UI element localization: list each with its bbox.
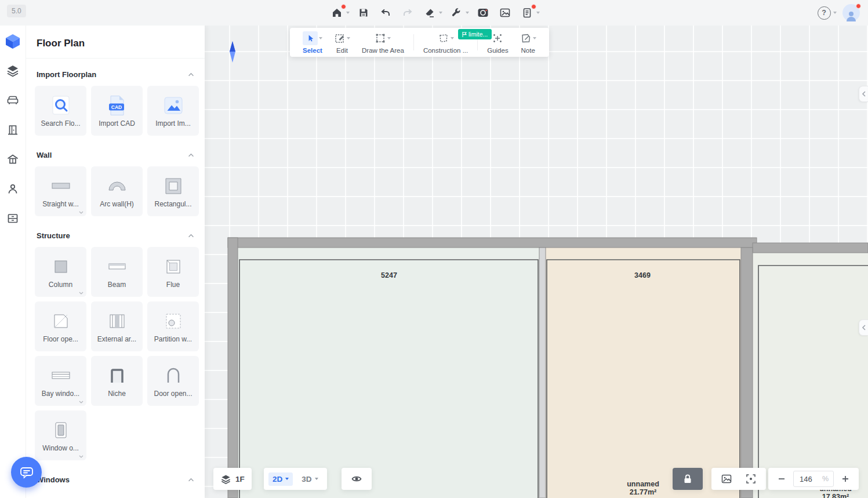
wall-top-right[interactable] xyxy=(753,243,868,253)
wall-left[interactable] xyxy=(228,238,238,498)
card-label: Bay windo... xyxy=(42,390,79,398)
card-door-opening[interactable]: Door open... xyxy=(147,356,199,406)
help-button[interactable]: ? xyxy=(816,5,832,21)
chevron-down-icon xyxy=(536,12,540,14)
card-search-floorplan[interactable]: Search Flo... xyxy=(35,86,86,136)
card-flue[interactable]: Flue xyxy=(147,247,199,297)
crosshair-scan-icon xyxy=(745,473,757,485)
save-button[interactable] xyxy=(355,5,372,21)
room-right[interactable] xyxy=(546,248,741,498)
rail-item-furniture[interactable] xyxy=(4,92,21,109)
card-niche[interactable]: Niche xyxy=(91,356,143,406)
wall-card-grid: Straight w... Arc wall(H) Rectangul... xyxy=(26,166,205,216)
right-panel-collapse-tab[interactable] xyxy=(859,319,868,336)
chat-support-button[interactable] xyxy=(11,457,42,488)
card-import-image[interactable]: Import Im... xyxy=(147,86,199,136)
card-arc-wall[interactable]: Arc wall(H) xyxy=(91,166,143,216)
view-mode-switch: 2D 3D xyxy=(264,468,327,490)
view-2d-button[interactable]: 2D xyxy=(268,472,293,486)
notification-dot xyxy=(531,4,536,9)
door-icon xyxy=(6,123,19,136)
tool-draw-area[interactable]: Draw the Area xyxy=(362,31,404,54)
flag-icon xyxy=(462,32,467,37)
card-straight-wall[interactable]: Straight w... xyxy=(35,166,86,216)
chevron-down-icon xyxy=(387,37,391,39)
card-import-cad[interactable]: CAD Import CAD xyxy=(91,86,143,136)
wall-top[interactable] xyxy=(228,238,757,248)
niche-icon xyxy=(106,364,129,387)
rail-item-window[interactable] xyxy=(4,151,21,168)
card-bay-window[interactable]: Bay windo... xyxy=(35,356,86,406)
redo-button[interactable] xyxy=(400,5,416,21)
left-icon-rail xyxy=(0,26,26,498)
zoom-field: % xyxy=(793,471,834,487)
room-label[interactable]: unnamed 21.77m² xyxy=(614,480,672,496)
rect-wall-icon xyxy=(162,175,185,198)
card-label: Flue xyxy=(166,281,180,289)
documents-button[interactable] xyxy=(519,5,535,21)
zoom-in-button[interactable] xyxy=(839,472,852,485)
card-floor-opening[interactable]: Floor ope... xyxy=(35,301,86,351)
room-far-right[interactable] xyxy=(753,253,868,498)
tool-label: Note xyxy=(521,47,535,54)
rail-item-people[interactable] xyxy=(4,180,21,198)
card-window-opening[interactable]: Window o... xyxy=(35,410,86,460)
zoom-out-button[interactable] xyxy=(775,472,788,485)
zoom-input[interactable] xyxy=(798,474,819,484)
card-external-arch[interactable]: External ar... xyxy=(91,301,143,351)
room-left[interactable] xyxy=(238,248,539,498)
chevron-down-icon xyxy=(285,478,289,480)
background-image-button[interactable] xyxy=(720,472,733,485)
chevron-down-icon xyxy=(533,37,536,39)
dimension-label: 5247 xyxy=(381,271,397,279)
notification-dot xyxy=(856,3,861,9)
section-header-structure[interactable]: Structure xyxy=(37,231,194,240)
external-arch-icon xyxy=(106,310,129,333)
section-header-windows[interactable]: Windows xyxy=(37,475,194,484)
fit-view-button[interactable] xyxy=(744,472,757,485)
card-beam[interactable]: Beam xyxy=(91,247,143,297)
wall-divider-middle[interactable] xyxy=(539,248,546,498)
card-label: Beam xyxy=(108,281,126,289)
section-header-import-floorplan[interactable]: Import Floorplan xyxy=(37,70,194,79)
section-header-wall[interactable]: Wall xyxy=(37,151,194,159)
search-floorplan-icon xyxy=(49,94,72,117)
app-window: 5247 3469 unnamed 21.77m² unnamed 17.83m… xyxy=(0,0,868,498)
home-button[interactable] xyxy=(329,5,345,21)
card-column[interactable]: Column xyxy=(35,247,86,297)
undo-button[interactable] xyxy=(377,5,394,21)
card-label: Arc wall(H) xyxy=(100,200,134,208)
roof-window-icon xyxy=(6,153,19,166)
card-label: Floor ope... xyxy=(43,335,78,343)
user-avatar[interactable] xyxy=(842,4,860,21)
rail-item-layers[interactable] xyxy=(4,62,21,79)
chevron-down-icon xyxy=(451,37,454,39)
tools-button[interactable] xyxy=(448,5,464,21)
eraser-button[interactable] xyxy=(422,5,438,21)
visibility-button[interactable] xyxy=(342,468,372,490)
render-button[interactable] xyxy=(475,5,491,21)
lock-button[interactable] xyxy=(673,468,703,490)
person-icon xyxy=(6,183,19,195)
tool-edit[interactable]: Edit xyxy=(334,31,350,54)
chevron-up-icon xyxy=(188,478,194,482)
straight-wall-icon xyxy=(49,175,72,198)
chevron-down-icon xyxy=(439,12,442,14)
card-partition-wall[interactable]: Partition w... xyxy=(147,301,199,351)
card-rectangular-wall[interactable]: Rectangul... xyxy=(147,166,199,216)
gallery-button[interactable] xyxy=(497,5,513,21)
tool-select[interactable]: Select xyxy=(303,31,322,54)
limited-badge: limite... xyxy=(458,29,492,39)
tool-note[interactable]: Note xyxy=(520,31,536,54)
person-icon xyxy=(845,10,858,21)
wall-divider-right[interactable] xyxy=(741,248,753,498)
rail-item-floorplan[interactable] xyxy=(4,32,21,50)
blue-pin-marker[interactable] xyxy=(230,41,235,63)
layers-icon xyxy=(6,64,19,77)
rail-item-cabinet[interactable] xyxy=(4,210,21,227)
floor-selector[interactable]: 1F xyxy=(213,468,252,490)
right-panel-collapse-tab[interactable] xyxy=(859,86,868,102)
chevron-down-icon xyxy=(347,37,350,39)
view-3d-button[interactable]: 3D xyxy=(297,472,322,486)
rail-item-door[interactable] xyxy=(4,121,21,139)
